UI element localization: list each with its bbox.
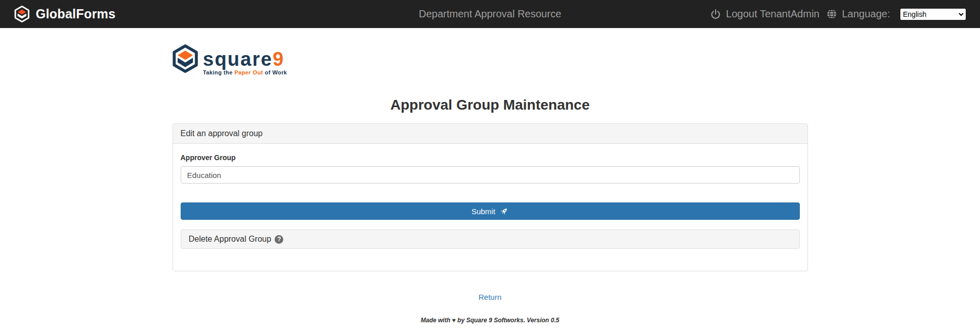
language-select[interactable]: English bbox=[900, 9, 966, 20]
square9-logo-text: square9 Taking the Paper Out of Work bbox=[203, 44, 287, 75]
square9-tagline: Taking the Paper Out of Work bbox=[203, 69, 287, 75]
approver-group-input[interactable] bbox=[181, 166, 800, 184]
footer-credit: Made with ♥ by Square 9 Softworks. Versi… bbox=[173, 317, 808, 324]
globalforms-hexagon-logo-icon bbox=[14, 6, 30, 22]
navbar: GlobalForms Department Approval Resource… bbox=[0, 0, 980, 28]
language-group: Language: bbox=[826, 8, 890, 20]
panel-body: Approver Group Submit bbox=[173, 144, 807, 271]
logout-label: Logout TenantAdmin bbox=[726, 8, 819, 20]
page-title: Approval Group Maintenance bbox=[173, 97, 808, 113]
brand[interactable]: GlobalForms bbox=[14, 6, 115, 22]
square9-wordmark: square9 bbox=[203, 50, 287, 68]
logout-link[interactable]: Logout TenantAdmin bbox=[710, 8, 819, 20]
panel-header: Edit an approval group bbox=[173, 124, 807, 144]
language-label: Language: bbox=[842, 8, 890, 20]
square9-hexagon-icon bbox=[173, 44, 198, 73]
rocket-icon bbox=[500, 207, 508, 216]
question-circle-icon: ? bbox=[275, 235, 283, 244]
navbar-right: Logout TenantAdmin Language: English bbox=[710, 8, 966, 20]
square9-number: 9 bbox=[273, 48, 284, 70]
submit-label: Submit bbox=[472, 207, 496, 216]
submit-button[interactable]: Submit bbox=[181, 202, 800, 220]
globe-icon bbox=[826, 9, 837, 19]
return-row: Return bbox=[173, 293, 808, 302]
return-link[interactable]: Return bbox=[478, 293, 501, 301]
brand-name: GlobalForms bbox=[36, 7, 115, 21]
edit-approval-group-panel: Edit an approval group Approver Group Su… bbox=[173, 123, 808, 271]
square9-logo: square9 Taking the Paper Out of Work bbox=[173, 44, 808, 78]
main-container: square9 Taking the Paper Out of Work App… bbox=[173, 44, 808, 324]
delete-approval-group-label: Delete Approval Group bbox=[189, 235, 272, 244]
delete-approval-group-toggle[interactable]: Delete Approval Group ? bbox=[181, 229, 800, 249]
power-icon bbox=[710, 9, 721, 20]
approver-group-label: Approver Group bbox=[181, 153, 800, 162]
